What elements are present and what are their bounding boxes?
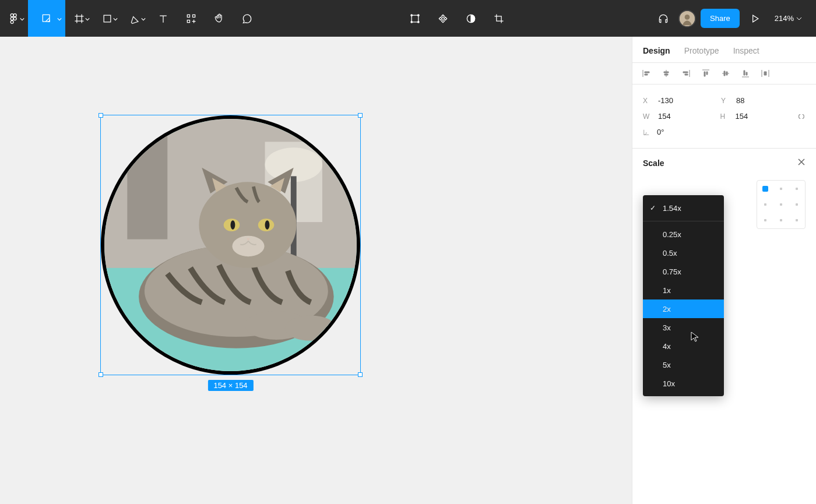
distribute-icon[interactable] <box>761 69 770 78</box>
svg-point-31 <box>232 236 264 256</box>
alignment-row <box>632 63 816 84</box>
resize-handle-bl[interactable] <box>99 372 103 377</box>
svg-rect-10 <box>411 15 418 22</box>
angle-icon <box>643 129 650 136</box>
svg-point-17 <box>685 15 690 20</box>
resize-handle-br[interactable] <box>358 372 363 377</box>
scale-tool-button[interactable] <box>28 0 65 37</box>
constraint-anchor-ml[interactable] <box>757 196 773 212</box>
cat-photo-placeholder <box>104 119 357 371</box>
resize-handle-tr[interactable] <box>358 113 363 118</box>
scale-dropdown[interactable]: 1.54x 0.25x0.5x0.75x1x2x3x4x5x10x <box>643 195 724 396</box>
chevron-down-icon <box>141 17 146 22</box>
layout-grid-button[interactable] <box>401 0 429 37</box>
align-right-icon[interactable] <box>681 69 691 78</box>
tab-design[interactable]: Design <box>643 46 670 55</box>
svg-point-12 <box>418 14 420 16</box>
scale-title: Scale <box>643 158 664 168</box>
y-field[interactable]: Y88 <box>721 96 785 105</box>
panel-tabs: Design Prototype Inspect <box>632 37 816 63</box>
text-tool-button[interactable] <box>149 0 177 37</box>
constraint-anchor-bl[interactable] <box>757 213 773 228</box>
constraint-anchor-tl[interactable] <box>757 181 773 196</box>
svg-point-11 <box>411 14 413 16</box>
scale-option[interactable]: 1x <box>643 281 724 299</box>
scale-option[interactable]: 0.5x <box>643 244 724 262</box>
svg-point-2 <box>10 17 13 20</box>
constraint-grid[interactable] <box>757 180 806 229</box>
scale-close-button[interactable] <box>797 158 806 168</box>
resize-handle-tl[interactable] <box>99 113 103 118</box>
scale-tool-icon <box>41 13 52 24</box>
scale-option[interactable]: 4x <box>643 337 724 355</box>
zoom-value: 214% <box>775 14 794 23</box>
comment-icon <box>241 13 253 24</box>
crop-button[interactable] <box>485 0 513 37</box>
align-h-center-icon[interactable] <box>662 69 671 78</box>
hand-icon <box>213 13 225 24</box>
svg-point-4 <box>10 20 13 23</box>
user-avatar[interactable] <box>678 10 696 27</box>
scale-option[interactable]: 10x <box>643 374 724 393</box>
zoom-control[interactable]: 214% <box>770 14 807 23</box>
scale-option[interactable]: 5x <box>643 355 724 374</box>
scale-option[interactable]: 0.25x <box>643 225 724 244</box>
component-button[interactable] <box>429 0 457 37</box>
tab-prototype[interactable]: Prototype <box>684 46 719 55</box>
svg-rect-9 <box>187 20 189 22</box>
chevron-down-icon <box>85 17 90 22</box>
component-icon <box>437 13 449 24</box>
comment-tool-button[interactable] <box>233 0 261 37</box>
figma-icon <box>8 13 20 24</box>
circle-image[interactable] <box>101 115 360 375</box>
align-left-icon[interactable] <box>642 69 651 78</box>
constraint-anchor-mr[interactable] <box>789 196 805 212</box>
chevron-down-icon <box>113 17 118 22</box>
chevron-down-icon <box>796 17 802 20</box>
hand-tool-button[interactable] <box>205 0 233 37</box>
constraint-anchor-tr[interactable] <box>789 181 805 196</box>
shape-tool-button[interactable] <box>93 0 121 37</box>
audio-button[interactable] <box>653 0 674 37</box>
h-field[interactable]: H154 <box>720 112 784 121</box>
align-top-icon[interactable] <box>701 69 711 78</box>
resources-icon <box>185 13 197 24</box>
svg-rect-6 <box>104 15 111 22</box>
play-icon <box>749 13 761 24</box>
scale-option[interactable]: 3x <box>643 318 724 337</box>
frame-tool-button[interactable] <box>65 0 93 37</box>
constraint-anchor-tc[interactable] <box>773 181 789 196</box>
selection-size-badge: 154 × 154 <box>207 380 253 391</box>
chevron-down-icon <box>57 17 62 22</box>
rotation-field[interactable]: 0° <box>643 128 707 136</box>
pen-tool-button[interactable] <box>121 0 149 37</box>
resources-button[interactable] <box>177 0 205 37</box>
w-field[interactable]: W154 <box>643 112 706 121</box>
chevron-down-icon <box>20 17 24 22</box>
constraint-anchor-br[interactable] <box>789 213 805 228</box>
svg-point-30 <box>265 220 270 230</box>
frame-icon <box>73 13 85 24</box>
mask-button[interactable] <box>457 0 485 37</box>
constrain-proportions-icon[interactable] <box>797 112 806 121</box>
constraint-anchor-bc[interactable] <box>773 213 789 228</box>
svg-point-1 <box>13 13 16 16</box>
svg-rect-5 <box>43 15 50 22</box>
figma-menu-button[interactable] <box>0 0 28 37</box>
scale-option[interactable]: 2x <box>643 299 724 318</box>
x-field[interactable]: X-130 <box>643 96 707 105</box>
tab-inspect[interactable]: Inspect <box>733 46 759 55</box>
align-bottom-icon[interactable] <box>741 69 750 78</box>
svg-point-14 <box>418 21 420 23</box>
align-v-center-icon[interactable] <box>721 69 730 78</box>
constraint-anchor-mc[interactable] <box>773 196 789 212</box>
svg-point-29 <box>231 220 235 230</box>
scale-option-current[interactable]: 1.54x <box>643 199 724 217</box>
svg-point-13 <box>411 21 413 23</box>
scale-option[interactable]: 0.75x <box>643 262 724 281</box>
canvas[interactable]: 154 × 154 <box>0 37 632 504</box>
selected-object[interactable]: 154 × 154 <box>100 115 361 375</box>
share-button[interactable]: Share <box>701 9 740 28</box>
present-button[interactable] <box>744 0 765 37</box>
svg-rect-8 <box>193 15 195 17</box>
